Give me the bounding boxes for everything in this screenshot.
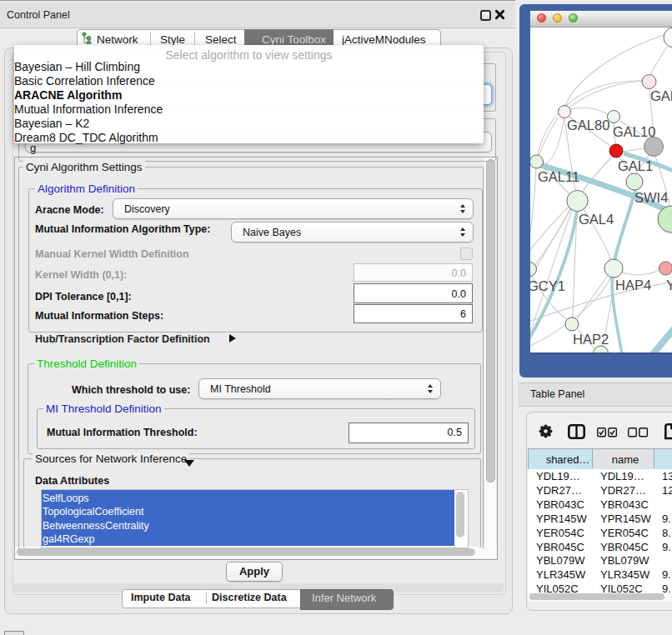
svg-text:GAL1: GAL1	[618, 158, 653, 173]
svg-text:GAL11: GAL11	[538, 169, 579, 184]
svg-text:SWI4: SWI4	[634, 190, 668, 205]
svg-text:HAP2: HAP2	[573, 332, 609, 347]
svg-text:GAL10: GAL10	[613, 124, 655, 139]
svg-text:GAL: GAL	[650, 88, 672, 103]
svg-text:GCY1: GCY1	[530, 278, 565, 293]
svg-text:GAL4: GAL4	[579, 212, 614, 227]
svg-text:Y: Y	[666, 278, 672, 292]
svg-text:HAP4: HAP4	[615, 278, 651, 292]
svg-text:GAL80: GAL80	[567, 118, 609, 132]
